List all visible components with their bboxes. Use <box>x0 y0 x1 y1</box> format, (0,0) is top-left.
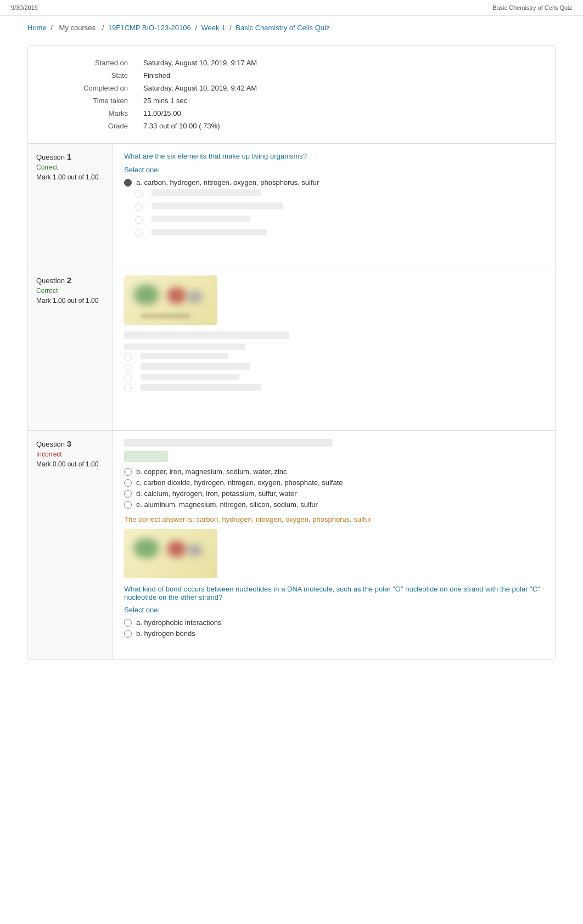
answer-option-3-2a: a. hydrophobic interactions <box>124 618 544 627</box>
breadcrumb-home[interactable]: Home <box>27 24 47 32</box>
question-3-status: Incorrect <box>36 450 104 458</box>
question-2-number: Question 2 <box>36 275 104 285</box>
question-3-number: Question 3 <box>36 439 104 448</box>
answer-label-3e: e. aluminum, magnesium, nitrogen, silico… <box>136 500 318 509</box>
radio-1a[interactable] <box>124 179 132 187</box>
question-2-sidebar: Question 2 Correct Mark 1.00 out of 1.00 <box>28 267 113 430</box>
question-1-sidebar: Question 1 Correct Mark 1.00 out of 1.00 <box>28 144 113 267</box>
blurred-q2-b <box>141 363 250 370</box>
blurred-line-q1-e <box>152 229 267 235</box>
radio-3e[interactable] <box>124 501 132 509</box>
answer-label-3c: c. carbon dioxide, hydrogen, nitrogen, o… <box>136 478 343 487</box>
question-3-sub-image <box>124 529 217 578</box>
summary-table: Started on Saturday, August 10, 2019, 9:… <box>44 57 539 132</box>
breadcrumb-quiz[interactable]: Basic Chemistry of Cells Quiz <box>236 24 329 32</box>
radio-q1-c <box>135 203 143 211</box>
started-on-value: Saturday, August 10, 2019, 9:17 AM <box>132 57 539 69</box>
question-2-block: Question 2 Correct Mark 1.00 out of 1.00 <box>28 267 555 430</box>
completed-on-value: Saturday, August 10, 2019, 9:42 AM <box>132 82 539 94</box>
question-1-text: What are the six elements that make up l… <box>124 152 544 160</box>
marks-label: Marks <box>44 107 132 120</box>
radio-q2-c <box>124 374 132 382</box>
radio-q2-d <box>124 385 132 392</box>
summary-row-marks: Marks 11.00/15.00 <box>44 107 539 120</box>
question-3-block: Question 3 Incorrect Mark 0.00 out of 1.… <box>28 430 555 660</box>
radio-3d[interactable] <box>124 490 132 498</box>
answer-option-3c: c. carbon dioxide, hydrogen, nitrogen, o… <box>124 478 544 487</box>
radio-q1-d <box>135 216 143 224</box>
breadcrumb-mycourses: My courses <box>59 24 96 32</box>
answer-label-1a: a. carbon, hydrogen, nitrogen, oxygen, p… <box>136 178 319 187</box>
started-on-label: Started on <box>44 57 132 69</box>
answer-option-3d: d. calcium, hydrogen, iron, potassium, s… <box>124 489 544 498</box>
answer-option-3e: e. aluminum, magnesium, nitrogen, silico… <box>124 500 544 509</box>
radio-q1-b <box>135 190 143 198</box>
question-3-content: b. copper, iron, magnesium, sodium, wate… <box>113 431 555 660</box>
blurred-line-q1-c <box>152 202 283 209</box>
blurred-q2-d <box>141 384 261 391</box>
state-label: State <box>44 69 132 82</box>
quiz-container: Started on Saturday, August 10, 2019, 9:… <box>27 45 556 660</box>
question-1-content: What are the six elements that make up l… <box>113 144 555 267</box>
question-1-select-label: Select one: <box>124 166 544 174</box>
grade-value: 7.33 out of 10.00 ( 73%) <box>132 120 539 132</box>
quiz-summary: Started on Saturday, August 10, 2019, 9:… <box>28 46 555 143</box>
radio-3-2a[interactable] <box>124 619 132 627</box>
breadcrumb-week[interactable]: Week 1 <box>201 24 226 32</box>
question-3-sidebar: Question 3 Incorrect Mark 0.00 out of 1.… <box>28 431 113 660</box>
question-2-mark: Mark 1.00 out of 1.00 <box>36 297 104 305</box>
radio-3c[interactable] <box>124 479 132 487</box>
summary-row-started: Started on Saturday, August 10, 2019, 9:… <box>44 57 539 69</box>
time-taken-label: Time taken <box>44 94 132 107</box>
correct-answer-note-3: The correct answer is: carbon, hydrogen,… <box>124 515 544 523</box>
page-title: Basic Chemistry of Cells Quiz <box>492 4 572 11</box>
completed-on-label: Completed on <box>44 82 132 94</box>
answer-option-3b: b. copper, iron, magnesium, sodium, wate… <box>124 467 544 476</box>
answer-label-3-2b: b. hydrogen bonds <box>136 629 195 638</box>
top-bar: 9/30/2019 Basic Chemistry of Cells Quiz <box>0 0 583 16</box>
question-3-selected-blurred <box>124 451 168 462</box>
blurred-q2-a <box>141 353 228 359</box>
time-taken-value: 25 mins 1 sec <box>132 94 539 107</box>
question-2-content <box>113 267 555 430</box>
date-label: 9/30/2019 <box>11 4 38 11</box>
answer-label-3d: d. calcium, hydrogen, iron, potassium, s… <box>136 489 297 498</box>
radio-3b[interactable] <box>124 468 132 476</box>
summary-row-grade: Grade 7.33 out of 10.00 ( 73%) <box>44 120 539 132</box>
radio-3-2b[interactable] <box>124 630 132 638</box>
blurred-options-q1 <box>135 189 544 239</box>
radio-q2-a <box>124 353 132 361</box>
question-2-image <box>124 275 217 325</box>
marks-value: 11.00/15.00 <box>132 107 539 120</box>
question-3-text-blurred <box>124 439 333 447</box>
question-1-block: Question 1 Correct Mark 1.00 out of 1.00… <box>28 143 555 267</box>
breadcrumb: Home / My courses / 19F1CMP BIO-123-2010… <box>0 16 583 40</box>
question-2-status: Correct <box>36 287 104 295</box>
answer-option-3-2b: b. hydrogen bonds <box>124 629 544 638</box>
radio-q1-e <box>135 229 143 237</box>
blurred-content-q2 <box>124 331 544 392</box>
answer-label-3b: b. copper, iron, magnesium, sodium, wate… <box>136 467 287 476</box>
blurred-q2-c <box>141 374 239 380</box>
summary-row-time: Time taken 25 mins 1 sec <box>44 94 539 107</box>
answer-option-1a: a. carbon, hydrogen, nitrogen, oxygen, p… <box>124 178 544 187</box>
question-3-sub-text: What kind of bond occurs between nucleot… <box>124 585 544 601</box>
question-3-mark: Mark 0.00 out of 1.00 <box>36 460 104 468</box>
question-1-mark: Mark 1.00 out of 1.00 <box>36 173 104 181</box>
state-value: Finished <box>132 69 539 82</box>
breadcrumb-course[interactable]: 19F1CMP BIO-123-20106 <box>108 24 191 32</box>
blurred-line-q1-b <box>152 189 261 196</box>
blurred-line-q1-d <box>152 216 250 222</box>
question-3-select2-label: Select one: <box>124 606 544 614</box>
grade-label: Grade <box>44 120 132 132</box>
radio-q2-b <box>124 364 132 371</box>
answer-label-3-2a: a. hydrophobic interactions <box>136 618 221 627</box>
question-1-number: Question 1 <box>36 152 104 161</box>
summary-row-completed: Completed on Saturday, August 10, 2019, … <box>44 82 539 94</box>
question-1-status: Correct <box>36 164 104 171</box>
summary-row-state: State Finished <box>44 69 539 82</box>
